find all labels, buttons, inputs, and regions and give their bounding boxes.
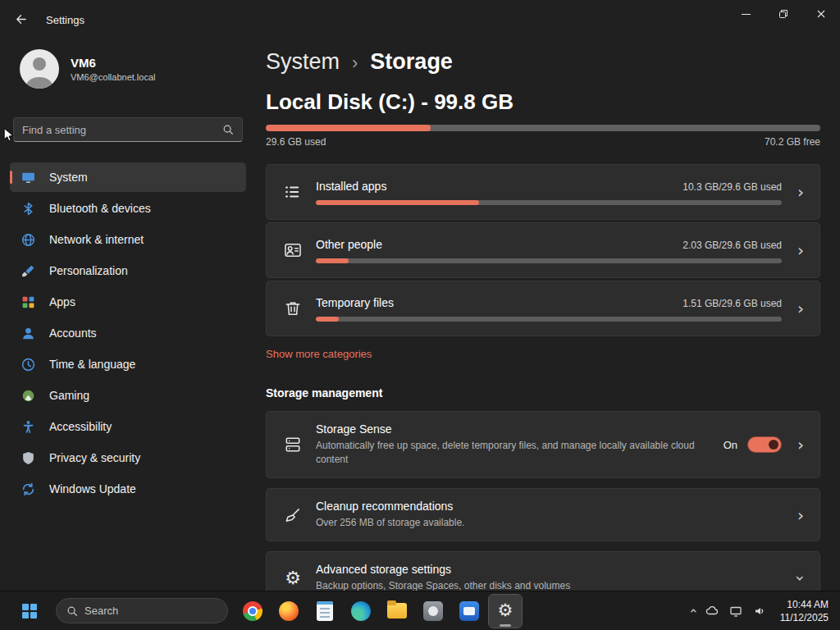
category-card-other-people[interactable]: Other people2.03 GB/29.6 GB used› bbox=[266, 222, 820, 278]
sidebar-item-bluetooth-devices[interactable]: Bluetooth & devices bbox=[10, 194, 246, 223]
cleanup-description: Over 256 MB of storage available. bbox=[316, 516, 701, 530]
category-usage-bar bbox=[316, 258, 782, 263]
titlebar: Settings bbox=[0, 0, 840, 39]
category-list: Installed apps10.3 GB/29.6 GB used›Other… bbox=[266, 164, 820, 336]
storage-sense-title: Storage Sense bbox=[316, 422, 715, 436]
onedrive-cloud-icon[interactable] bbox=[705, 604, 719, 618]
app-title: Settings bbox=[46, 14, 84, 26]
show-more-categories-link[interactable]: Show more categories bbox=[266, 348, 372, 360]
volume-icon[interactable] bbox=[753, 604, 767, 618]
taskbar-clock[interactable]: 10:44 AM 11/12/2025 bbox=[780, 598, 829, 624]
search-icon bbox=[222, 124, 234, 135]
toggle-knob bbox=[769, 440, 778, 450]
category-usage: 10.3 GB/29.6 GB used bbox=[682, 181, 782, 193]
taskbar-icon-gray-app[interactable] bbox=[417, 595, 450, 628]
sidebar-item-accessibility[interactable]: Accessibility bbox=[10, 412, 246, 441]
chevron-right-icon: › bbox=[782, 184, 819, 200]
settings-search bbox=[13, 117, 243, 142]
chrome-icon bbox=[243, 601, 262, 621]
advanced-storage-settings-card[interactable]: ⚙ Advanced storage settings Backup optio… bbox=[266, 551, 820, 591]
network-icon[interactable] bbox=[729, 604, 743, 618]
minimize-button[interactable] bbox=[727, 0, 765, 28]
taskbar-icon-notepad[interactable] bbox=[308, 595, 341, 628]
back-button[interactable] bbox=[7, 7, 34, 31]
privacy-icon bbox=[21, 450, 36, 466]
taskbar-icon-edge[interactable] bbox=[345, 595, 377, 628]
sidebar-item-label: Windows Update bbox=[49, 482, 136, 495]
storage-sense-card[interactable]: Storage Sense Automatically free up spac… bbox=[266, 411, 820, 478]
sidebar-item-windows-update[interactable]: Windows Update bbox=[10, 474, 246, 504]
file-explorer-icon bbox=[387, 603, 407, 619]
temporary-files-icon bbox=[283, 299, 303, 318]
advanced-description: Backup options, Storage Spaces, other di… bbox=[316, 579, 701, 591]
restore-button[interactable] bbox=[765, 0, 802, 28]
taskbar-icon-blue-app[interactable] bbox=[453, 595, 486, 628]
gaming-icon bbox=[21, 388, 36, 404]
sidebar-item-gaming[interactable]: Gaming bbox=[10, 381, 246, 410]
disk-free-label: 70.2 GB free bbox=[765, 136, 820, 148]
chevron-right-icon: › bbox=[782, 507, 819, 523]
taskbar-search-input[interactable] bbox=[84, 605, 229, 617]
gear-icon: ⚙ bbox=[498, 602, 514, 619]
sidebar-item-time-language[interactable]: Time & language bbox=[10, 349, 246, 379]
disk-usage-bar bbox=[266, 125, 820, 131]
taskbar-icon-file-explorer[interactable] bbox=[381, 595, 413, 628]
start-button[interactable] bbox=[13, 595, 46, 628]
sidebar-item-apps[interactable]: Apps bbox=[10, 287, 246, 317]
tray-chevron-up-icon[interactable]: › bbox=[685, 608, 701, 613]
sidebar-item-personalization[interactable]: Personalization bbox=[10, 256, 246, 285]
personalization-icon bbox=[21, 263, 36, 279]
settings-search-input[interactable] bbox=[14, 124, 222, 136]
sidebar-item-label: Privacy & security bbox=[49, 451, 140, 464]
sidebar-item-label: Time & language bbox=[49, 358, 135, 371]
cleanup-title: Cleanup recommendations bbox=[316, 500, 782, 513]
back-arrow-icon bbox=[15, 13, 27, 25]
category-usage: 2.03 GB/29.6 GB used bbox=[682, 240, 782, 251]
breadcrumb-storage: Storage bbox=[370, 49, 453, 75]
category-card-installed-apps[interactable]: Installed apps10.3 GB/29.6 GB used› bbox=[266, 164, 820, 220]
breadcrumb-system[interactable]: System bbox=[266, 49, 340, 75]
close-button[interactable] bbox=[802, 0, 840, 28]
taskbar-icon-chrome[interactable] bbox=[236, 595, 269, 628]
selection-indicator bbox=[10, 171, 12, 184]
search-icon bbox=[66, 605, 78, 617]
drive-icon bbox=[283, 435, 303, 454]
sidebar-item-label: Personalization bbox=[49, 264, 128, 277]
windows-logo-icon bbox=[22, 604, 37, 619]
cleanup-recommendations-card[interactable]: Cleanup recommendations Over 256 MB of s… bbox=[266, 488, 820, 541]
category-usage-bar bbox=[316, 200, 782, 205]
taskbar: ⚙ › 10:44 AM 11/12/2025 bbox=[0, 591, 840, 630]
taskbar-icon-settings[interactable]: ⚙ bbox=[489, 595, 522, 628]
category-usage-bar bbox=[316, 317, 782, 322]
storage-sense-toggle[interactable] bbox=[747, 436, 782, 453]
installed-apps-icon bbox=[283, 182, 303, 202]
sidebar-item-label: System bbox=[49, 171, 88, 184]
close-icon bbox=[816, 9, 826, 19]
chevron-right-icon: › bbox=[782, 300, 819, 317]
page-title: Local Disk (C:) - 99.8 GB bbox=[266, 89, 820, 115]
clock-time: 10:44 AM bbox=[780, 598, 829, 611]
accessibility-icon bbox=[21, 419, 36, 435]
apps-icon bbox=[21, 294, 36, 310]
sidebar-item-privacy-security[interactable]: Privacy & security bbox=[10, 443, 246, 472]
account-name: VM6 bbox=[71, 56, 156, 70]
system-icon bbox=[21, 170, 36, 185]
disk-used-label: 29.6 GB used bbox=[266, 136, 326, 148]
sidebar-item-accounts[interactable]: Accounts bbox=[10, 318, 246, 348]
notepad-icon bbox=[317, 601, 333, 621]
disk-usage-fill bbox=[266, 125, 431, 131]
sidebar: VM6 VM6@collabnet.local SystemBluetooth … bbox=[0, 39, 256, 591]
taskbar-icon-orange-app[interactable] bbox=[272, 595, 305, 628]
main-content: System › Storage Local Disk (C:) - 99.8 … bbox=[266, 39, 820, 591]
chevron-down-icon: › bbox=[792, 575, 809, 582]
chevron-right-icon: › bbox=[782, 436, 819, 453]
sidebar-item-system[interactable]: System bbox=[10, 162, 246, 192]
sidebar-item-label: Accessibility bbox=[49, 420, 112, 433]
sidebar-item-label: Apps bbox=[49, 295, 75, 308]
account-header[interactable]: VM6 VM6@collabnet.local bbox=[20, 49, 256, 89]
category-card-temporary-files[interactable]: Temporary files1.51 GB/29.6 GB used› bbox=[266, 281, 820, 336]
active-app-indicator bbox=[500, 624, 511, 627]
sidebar-item-network-internet[interactable]: Network & internet bbox=[10, 225, 246, 254]
breadcrumb-separator: › bbox=[352, 52, 358, 74]
taskbar-search[interactable] bbox=[56, 598, 228, 623]
